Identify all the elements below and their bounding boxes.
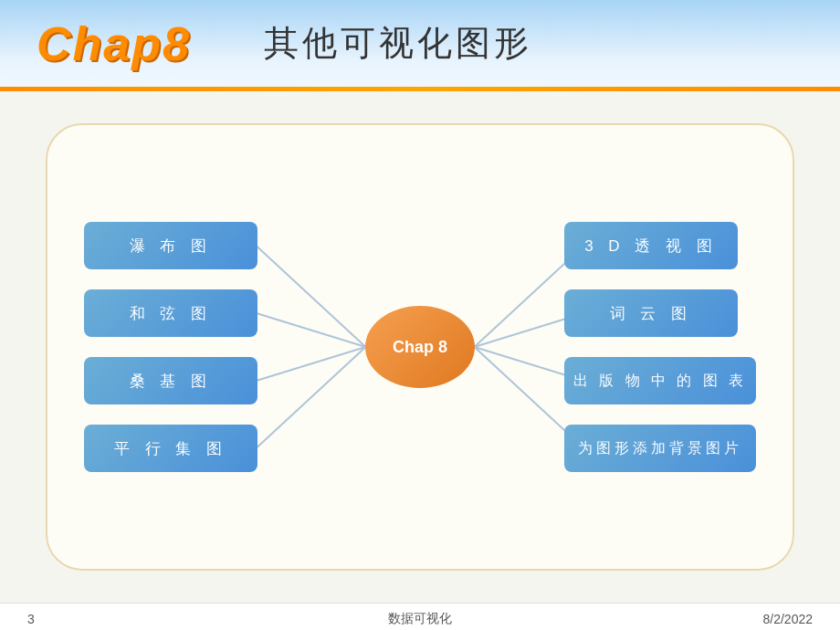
parallel-box: 平 行 集 图 bbox=[84, 425, 257, 472]
page-number: 3 bbox=[27, 612, 35, 626]
svg-line-0 bbox=[257, 247, 365, 347]
3d-box: 3 D 透 视 图 bbox=[564, 222, 738, 269]
footer-center-text: 数据可视化 bbox=[388, 611, 452, 627]
svg-line-1 bbox=[257, 313, 365, 347]
footer: 3 数据可视化 8/2/2022 bbox=[0, 603, 840, 630]
left-column: 瀑 布 图 和 弦 图 桑 基 图 平 行 集 图 bbox=[84, 222, 257, 472]
publication-box: 出 版 物 中 的 图 表 bbox=[564, 357, 756, 404]
chord-box: 和 弦 图 bbox=[84, 289, 257, 337]
mind-map-container: 瀑 布 图 和 弦 图 桑 基 图 平 行 集 图 Chap 8 3 D 透 视… bbox=[46, 123, 794, 571]
main-content: 瀑 布 图 和 弦 图 桑 基 图 平 行 集 图 Chap 8 3 D 透 视… bbox=[0, 91, 840, 603]
svg-line-3 bbox=[257, 347, 365, 447]
right-column: 3 D 透 视 图 词 云 图 出 版 物 中 的 图 表 为图形添加背景图片 bbox=[564, 222, 756, 472]
chap-label: Chap8 bbox=[37, 16, 191, 71]
center-label: Chap 8 bbox=[393, 338, 447, 357]
background-box: 为图形添加背景图片 bbox=[564, 425, 756, 472]
svg-line-2 bbox=[257, 347, 365, 381]
wordcloud-box: 词 云 图 bbox=[564, 289, 738, 337]
center-oval: Chap 8 bbox=[365, 306, 475, 388]
waterfall-box: 瀑 布 图 bbox=[84, 222, 257, 269]
footer-date: 8/2/2022 bbox=[763, 612, 814, 626]
page-title: 其他可视化图形 bbox=[264, 20, 532, 67]
bumble-box: 桑 基 图 bbox=[84, 357, 257, 404]
header: Chap8 其他可视化图形 bbox=[0, 0, 840, 87]
